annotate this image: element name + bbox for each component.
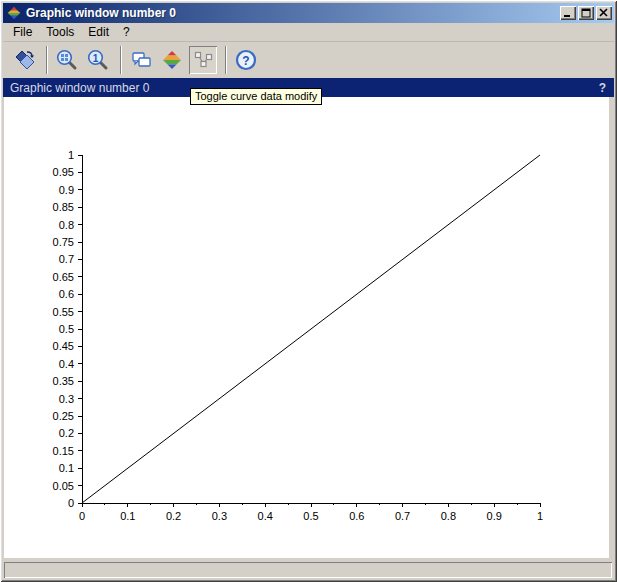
- svg-text:0.15: 0.15: [53, 445, 74, 457]
- curve-data-modify-icon: [192, 49, 214, 71]
- svg-text:0.5: 0.5: [59, 323, 74, 335]
- toolbar-separator: [225, 46, 227, 74]
- svg-text:0.7: 0.7: [59, 253, 74, 265]
- window-title: Graphic window number 0: [26, 6, 558, 20]
- rotate-3d-button[interactable]: [10, 46, 38, 74]
- svg-text:0.2: 0.2: [59, 427, 74, 439]
- svg-text:1: 1: [537, 510, 543, 522]
- svg-text:1: 1: [93, 53, 99, 64]
- svg-text:0.4: 0.4: [59, 358, 74, 370]
- svg-text:0: 0: [79, 510, 85, 522]
- graphic-window: Graphic window number 0 File Tools Edit …: [0, 0, 617, 582]
- svg-text:1: 1: [68, 149, 74, 161]
- scilab-app-icon: [7, 6, 21, 20]
- plot-canvas[interactable]: 00.050.10.150.20.250.30.350.40.450.50.55…: [4, 97, 609, 558]
- svg-text:0.35: 0.35: [53, 375, 74, 387]
- menu-help[interactable]: ?: [116, 23, 137, 41]
- plot-area: 00.050.10.150.20.250.30.350.40.450.50.55…: [4, 97, 609, 558]
- svg-text:0.95: 0.95: [53, 166, 74, 178]
- menu-file[interactable]: File: [6, 23, 39, 41]
- rotate-3d-icon: [13, 49, 35, 71]
- maximize-button[interactable]: [578, 6, 594, 20]
- svg-text:0.55: 0.55: [53, 306, 74, 318]
- svg-text:0.75: 0.75: [53, 236, 74, 248]
- close-button[interactable]: [596, 6, 612, 20]
- zoom-area-icon: [56, 49, 78, 71]
- svg-text:0.6: 0.6: [349, 510, 364, 522]
- datatips-icon: [130, 49, 152, 71]
- svg-text:0.9: 0.9: [59, 184, 74, 196]
- inner-frame-title: Graphic window number 0: [10, 81, 149, 95]
- edit-figure-icon: [161, 49, 183, 71]
- minimize-icon: [563, 8, 573, 18]
- close-icon: [599, 8, 609, 18]
- toolbar-separator: [120, 46, 122, 74]
- status-bar: [4, 562, 612, 578]
- toolbar: 1: [3, 41, 614, 78]
- svg-text:0: 0: [68, 497, 74, 509]
- title-bar[interactable]: Graphic window number 0: [3, 3, 614, 23]
- svg-text:0.7: 0.7: [395, 510, 410, 522]
- svg-text:0.1: 0.1: [59, 462, 74, 474]
- curve-data-modify-button[interactable]: [189, 46, 217, 74]
- menu-bar: File Tools Edit ?: [3, 23, 614, 41]
- datatips-button[interactable]: [127, 46, 155, 74]
- toolbar-separator: [46, 46, 48, 74]
- svg-text:0.8: 0.8: [441, 510, 456, 522]
- svg-text:0.4: 0.4: [258, 510, 273, 522]
- svg-text:0.6: 0.6: [59, 288, 74, 300]
- svg-text:?: ?: [242, 54, 249, 68]
- inner-frame-help-button[interactable]: ?: [599, 81, 606, 95]
- svg-text:0.65: 0.65: [53, 271, 74, 283]
- svg-text:0.3: 0.3: [59, 393, 74, 405]
- svg-text:0.9: 0.9: [487, 510, 502, 522]
- svg-text:0.2: 0.2: [166, 510, 181, 522]
- edit-figure-button[interactable]: [158, 46, 186, 74]
- help-icon: ?: [235, 49, 257, 71]
- svg-text:0.85: 0.85: [53, 201, 74, 213]
- menu-edit[interactable]: Edit: [81, 23, 116, 41]
- toolbar-tooltip: Toggle curve data modify: [190, 88, 322, 105]
- maximize-icon: [581, 8, 591, 18]
- help-button[interactable]: ?: [232, 46, 260, 74]
- zoom-original-icon: 1: [87, 49, 109, 71]
- menu-tools[interactable]: Tools: [39, 23, 81, 41]
- svg-text:0.05: 0.05: [53, 480, 74, 492]
- svg-text:0.8: 0.8: [59, 219, 74, 231]
- svg-text:0.3: 0.3: [212, 510, 227, 522]
- svg-text:0.25: 0.25: [53, 410, 74, 422]
- minimize-button[interactable]: [560, 6, 576, 20]
- svg-text:0.1: 0.1: [120, 510, 135, 522]
- svg-text:0.5: 0.5: [303, 510, 318, 522]
- zoom-original-button[interactable]: 1: [84, 46, 112, 74]
- svg-text:0.45: 0.45: [53, 340, 74, 352]
- zoom-area-button[interactable]: [53, 46, 81, 74]
